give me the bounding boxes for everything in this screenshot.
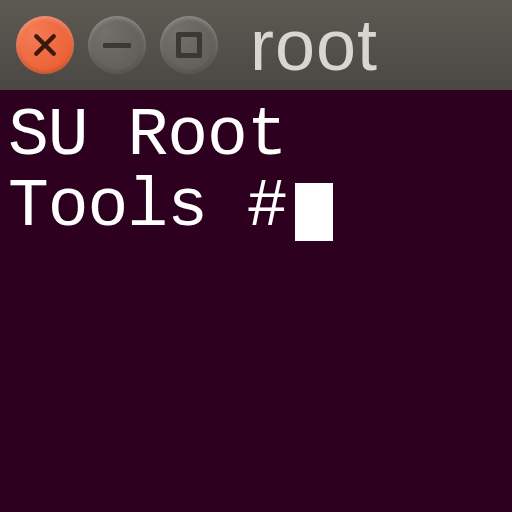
minimize-button[interactable] xyxy=(88,16,146,74)
terminal-output: SU Root Tools # xyxy=(8,100,504,245)
window-title: root xyxy=(250,4,378,86)
terminal-prompt: Tools # xyxy=(8,168,287,245)
maximize-icon xyxy=(176,32,202,58)
minimize-icon xyxy=(103,43,131,48)
titlebar: root xyxy=(0,0,512,90)
terminal-body[interactable]: SU Root Tools # xyxy=(0,90,512,512)
terminal-line-1: SU Root xyxy=(8,97,287,174)
cursor-block xyxy=(295,183,333,241)
close-button[interactable] xyxy=(16,16,74,74)
maximize-button[interactable] xyxy=(160,16,218,74)
close-icon xyxy=(30,30,60,60)
